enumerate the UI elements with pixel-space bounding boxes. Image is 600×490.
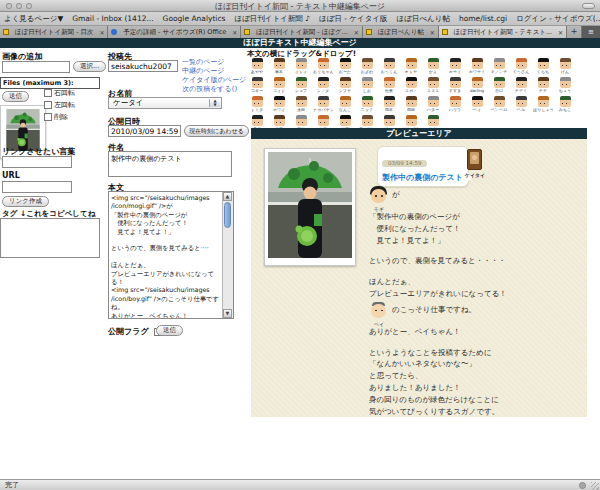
avatar-item[interactable]: おーた: [334, 58, 356, 77]
avatar-item[interactable]: オトヤ: [400, 58, 422, 77]
send-button[interactable]: 送信: [156, 325, 183, 336]
avatar-item[interactable]: 東本: [268, 58, 290, 77]
bookmark-item[interactable]: Google Analytics: [163, 14, 226, 23]
avatar-item[interactable]: すずき: [444, 77, 466, 96]
avatar-item[interactable]: シェフ: [290, 77, 312, 96]
avatar-item[interactable]: スガノ: [400, 77, 422, 96]
body-scrollbar[interactable]: ▲ ▼: [222, 192, 233, 318]
scroll-up-icon[interactable]: ▲: [223, 192, 232, 201]
avatar-item[interactable]: くらち: [532, 58, 554, 77]
avatar-item[interactable]: ぐっさん: [510, 58, 532, 77]
tab-close-icon[interactable]: ✕: [430, 29, 435, 36]
url-input[interactable]: [2, 181, 72, 193]
image-file-input[interactable]: [2, 61, 70, 73]
tab-close-icon[interactable]: ✕: [232, 29, 237, 36]
tab[interactable]: ほぼ日刊イトイ新聞 - ほぼグ...✕: [241, 26, 363, 38]
avatar-item[interactable]: みちこ: [554, 96, 576, 115]
bookmark-item[interactable]: ほぼ日 - ケイタイ版: [319, 14, 388, 24]
avatar-item[interactable]: キノンチ: [488, 58, 510, 77]
delete-checkbox[interactable]: 削除: [44, 112, 68, 122]
avatar-item[interactable]: ほりしょう: [532, 96, 554, 115]
avatar-item[interactable]: チチ: [532, 77, 554, 96]
rotate-right-checkbox[interactable]: 右回転: [44, 88, 75, 98]
avatar-item[interactable]: トミタ: [246, 96, 268, 115]
bookmark-item[interactable]: ほぼ日べんり帖: [397, 14, 450, 24]
set-now-button[interactable]: 現在時刻にあわせる: [184, 125, 249, 137]
avatar-item[interactable]: シブヤ: [334, 77, 356, 96]
preview-subject-bubble: 03/09 14:59 製作中の裏側のテスト: [377, 146, 469, 187]
avatar-item[interactable]: ハター: [422, 96, 444, 115]
resize-grip[interactable]: [591, 482, 599, 490]
avatar-item[interactable]: 西田: [400, 96, 422, 115]
avatar-item[interactable]: ハリウ: [444, 96, 466, 115]
scroll-down-icon[interactable]: ▼: [223, 309, 232, 318]
dest-input[interactable]: [108, 60, 178, 72]
link-word-input[interactable]: [2, 156, 72, 168]
bookmark-item[interactable]: ログイン - サイボウズ(...: [516, 14, 600, 24]
avatar-item[interactable]: イトイ: [290, 58, 312, 77]
avatar-item[interactable]: げん: [554, 58, 576, 77]
tab[interactable]: ほぼ日べんり帖✕: [363, 26, 439, 38]
avatar-item[interactable]: なんこ: [334, 96, 356, 115]
avatar-item[interactable]: darling: [466, 77, 488, 96]
new-tab-button[interactable]: +: [567, 26, 582, 38]
avatar-item[interactable]: ゴイド: [268, 77, 290, 96]
bookmark-item[interactable]: よく見るページ▼: [4, 14, 63, 24]
avatar-face: [371, 189, 386, 203]
checkbox-icon[interactable]: [44, 101, 52, 109]
avatar-item[interactable]: しお: [356, 77, 378, 96]
avatar-item[interactable]: ベル: [510, 96, 532, 115]
avatar-item[interactable]: ベンベロ: [488, 96, 510, 115]
avatar-item[interactable]: おぐちゃん: [312, 58, 334, 77]
dest-link[interactable]: ケイタイ版のページ: [182, 76, 246, 85]
avatar-item[interactable]: ホワイ: [268, 96, 290, 115]
tab[interactable]: ほぼ日刊イトイ新聞 - 目次✕: [0, 26, 108, 38]
avatar-item[interactable]: かよ: [422, 58, 444, 77]
avatar-item[interactable]: あやや: [246, 58, 268, 77]
dest-link[interactable]: 一覧のページ: [182, 58, 246, 67]
avatar-item[interactable]: 谷口: [488, 77, 510, 96]
avatar-item[interactable]: ちょう: [554, 77, 576, 96]
tab-label: ほぼ日刊イトイ新聞 - ほぼグ...: [252, 28, 352, 37]
name-select[interactable]: ケータイ ▲▼: [108, 97, 222, 109]
bookmark-item[interactable]: Gmail - Inbox (1412...: [72, 14, 153, 23]
image-submit-button[interactable]: 送信: [2, 91, 29, 102]
rotate-left-checkbox[interactable]: 左回転: [44, 100, 75, 110]
select-stepper-icon: ▲▼: [209, 99, 220, 107]
avatar-item[interactable]: チデミ: [510, 77, 532, 96]
dest-link[interactable]: 中継のページ: [182, 67, 246, 76]
avatar-item[interactable]: スズエ: [422, 77, 444, 96]
scroll-thumb[interactable]: [224, 202, 231, 228]
avatar-item[interactable]: カワサミ: [466, 58, 488, 77]
avatar-name: シェフ: [291, 89, 311, 93]
toolbar-toggle-button[interactable]: [582, 3, 595, 9]
tag-textarea[interactable]: [0, 218, 100, 258]
dest-link[interactable]: 次の投稿をする(): [182, 85, 246, 94]
body-textarea[interactable]: <img src="/seisakuchu/images /icon/mogi.…: [109, 192, 223, 318]
tab-close-icon[interactable]: ✕: [99, 29, 104, 36]
avatar-item[interactable]: ベイ: [466, 96, 488, 115]
bookmark-item[interactable]: ほぼ日刊イトイ新聞 ♪: [234, 14, 310, 24]
create-link-button[interactable]: リンク作成: [2, 196, 49, 207]
bookmark-item[interactable]: home/list.cgi: [459, 14, 507, 23]
avatar-item[interactable]: おざわ: [356, 58, 378, 77]
avatar-item[interactable]: シノダ: [312, 77, 334, 96]
tab-close-icon[interactable]: ✕: [354, 29, 359, 36]
avatar-item[interactable]: ニック: [356, 96, 378, 115]
avatar-item[interactable]: カサイ: [444, 58, 466, 77]
tab[interactable]: 予定の詳細 - サイボウズ(R) Office✕: [108, 26, 241, 38]
checkbox-icon[interactable]: [44, 89, 52, 97]
datetime-input[interactable]: [108, 125, 181, 137]
avatar-item[interactable]: おっくん: [378, 58, 400, 77]
tab[interactable]: ほぼ日刊イトイ新聞 - テキスト...✕: [439, 26, 567, 38]
subject-textarea[interactable]: 製作中の裏側のテスト: [108, 151, 232, 177]
avatar-item[interactable]: 西本: [378, 96, 400, 115]
checkbox-icon[interactable]: [44, 113, 52, 121]
tab-list-button[interactable]: ≡: [582, 26, 600, 38]
avatar-item[interactable]: ナガバヤシ: [312, 96, 334, 115]
choose-file-button[interactable]: 選択...: [73, 61, 106, 72]
avatar-item[interactable]: コギー: [246, 77, 268, 96]
avatar-item[interactable]: 永田: [290, 96, 312, 115]
avatar-item[interactable]: 社長: [378, 77, 400, 96]
tab-close-icon[interactable]: ✕: [558, 29, 563, 36]
